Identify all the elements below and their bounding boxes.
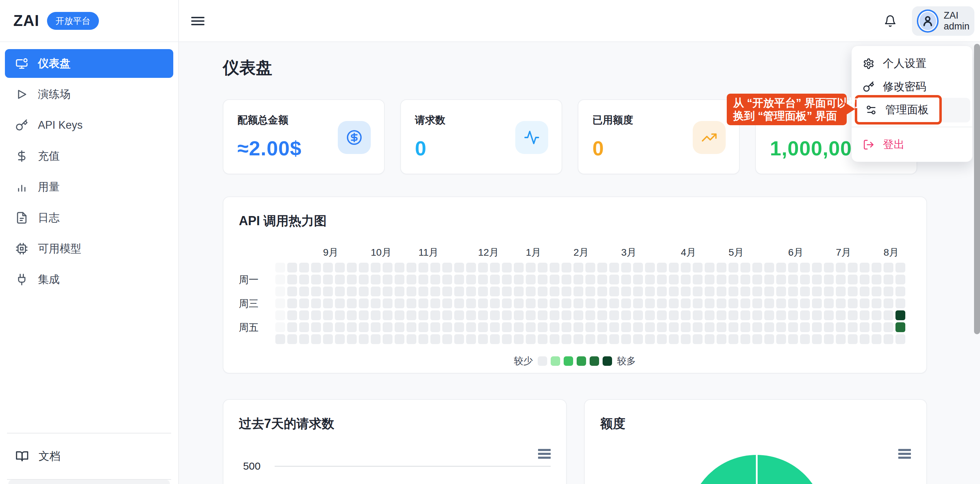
- heatmap-cell: [800, 310, 810, 320]
- heatmap-cell: [287, 275, 297, 285]
- heatmap-cell: [621, 275, 631, 285]
- play-icon: [16, 88, 28, 101]
- heatmap-cell: [717, 334, 726, 344]
- sidebar-item-docs[interactable]: 文档: [0, 433, 178, 479]
- heatmap-cell: [764, 275, 774, 285]
- sidebar-item-dashboard[interactable]: 仪表盘: [5, 49, 173, 78]
- heatmap-cell: [812, 322, 822, 332]
- callout-line-2: 换到 “管理面板” 界面: [733, 110, 840, 123]
- heatmap-cell: [705, 334, 714, 344]
- heatmap-cell: [454, 298, 464, 308]
- menu-item-admin-panel[interactable]: 管理面板: [855, 95, 942, 124]
- sidebar-item-recharge[interactable]: 充值: [5, 142, 173, 170]
- heatmap-cell: [526, 298, 536, 308]
- heatmap-cell: [275, 334, 285, 344]
- heatmap-cell: [633, 310, 643, 320]
- heatmap-cell: [824, 275, 834, 285]
- sidebar-item-label: 文档: [38, 449, 60, 464]
- heatmap-cell: [490, 334, 500, 344]
- heatmap-cell: [824, 298, 834, 308]
- heatmap-cell: [550, 310, 560, 320]
- heatmap-cell: [371, 287, 380, 296]
- menu-item-logout[interactable]: 登出: [852, 133, 972, 156]
- sidebar-item-usage[interactable]: 用量: [5, 172, 173, 201]
- heatmap-cell: [514, 334, 524, 344]
- heatmap-cell: [836, 310, 846, 320]
- heatmap-cell: [752, 334, 762, 344]
- heatmap-cell: [824, 310, 834, 320]
- sidebar-footer: 文档: [0, 433, 178, 484]
- heatmap-cell: [514, 310, 524, 320]
- heatmap-cell: [836, 322, 846, 332]
- heatmap-cell: [502, 310, 512, 320]
- heatmap-cell: [299, 334, 309, 344]
- heatmap-cell: [585, 322, 595, 332]
- user-names: ZAI admin: [943, 10, 969, 32]
- heatmap-cell: [454, 334, 464, 344]
- heatmap-cell: [896, 298, 905, 308]
- notifications-bell-icon[interactable]: [884, 15, 897, 27]
- heatmap-cell: [705, 310, 714, 320]
- heatmap-month-label: 11月: [418, 246, 438, 259]
- user-menu-button[interactable]: ZAI admin: [912, 6, 974, 36]
- heatmap-cell: [669, 322, 679, 332]
- heatmap-cell: [478, 287, 488, 296]
- sidebar-item-label: 仪表盘: [38, 56, 70, 71]
- sidebar-item-playground[interactable]: 演练场: [5, 80, 173, 109]
- heatmap-cell: [633, 275, 643, 285]
- heatmap-cell: [633, 322, 643, 332]
- heatmap-cell: [359, 334, 369, 344]
- heatmap-cell: [645, 263, 655, 272]
- heatmap-cell: [418, 263, 428, 272]
- vertical-scrollbar[interactable]: [974, 44, 980, 334]
- heatmap-cell: [466, 263, 476, 272]
- heatmap-month-label: 2月: [573, 246, 589, 259]
- heatmap-cell: [860, 263, 870, 272]
- heatmap-month-label: 5月: [729, 246, 744, 259]
- sidebar-item-integrations[interactable]: 集成: [5, 265, 173, 294]
- heatmap-cell: [597, 322, 607, 332]
- heatmap-cell: [836, 298, 846, 308]
- heatmap-cell: [872, 287, 881, 296]
- menu-item-profile-settings[interactable]: 个人设置: [852, 52, 972, 75]
- heatmap-cell: [275, 322, 285, 332]
- requests-7d-card: 过去7天的请求数 500: [223, 399, 567, 484]
- heatmap-cell: [645, 334, 655, 344]
- heatmap-cell: [848, 298, 858, 308]
- heatmap-grid: [275, 263, 911, 344]
- heatmap-cell: [383, 322, 393, 332]
- heatmap-cell: [359, 322, 369, 332]
- chart-menu-icon[interactable]: [898, 449, 911, 459]
- heatmap-cell: [573, 310, 583, 320]
- heatmap-cell: [466, 275, 476, 285]
- chart-menu-icon[interactable]: [538, 449, 551, 459]
- heatmap-cell: [896, 322, 905, 332]
- heatmap-cell: [538, 275, 547, 285]
- sidebar-item-api-keys[interactable]: API Keys: [5, 111, 173, 140]
- heatmap-cell: [585, 310, 595, 320]
- heatmap-cell: [836, 334, 846, 344]
- heatmap-cell: [573, 287, 583, 296]
- heatmap-cell: [347, 275, 357, 285]
- heatmap-cell: [705, 263, 714, 272]
- heatmap-cell: [299, 287, 309, 296]
- heatmap-cell: [896, 275, 905, 285]
- heatmap-cell: [383, 263, 393, 272]
- heatmap-cell: [669, 287, 679, 296]
- heatmap-cell: [788, 310, 798, 320]
- annotation-callout: 从 “开放平台” 界面可以切 换到 “管理面板” 界面: [727, 94, 847, 125]
- heatmap-cell: [502, 298, 512, 308]
- heatmap-cell: [681, 334, 690, 344]
- sidebar-item-models[interactable]: 可用模型: [5, 234, 173, 263]
- sidebar-toggle-button[interactable]: [191, 16, 205, 27]
- heatmap-cell: [693, 287, 703, 296]
- heatmap-cell: [562, 322, 571, 332]
- top-header: ZAI admin: [179, 0, 980, 42]
- gridline: [275, 466, 551, 467]
- heatmap-cell: [490, 322, 500, 332]
- sidebar-item-logs[interactable]: 日志: [5, 204, 173, 232]
- sidebar-item-label: 集成: [38, 272, 60, 287]
- cpu-icon: [16, 242, 28, 255]
- y-axis-row: 500: [239, 460, 551, 472]
- heatmap-cell: [442, 334, 452, 344]
